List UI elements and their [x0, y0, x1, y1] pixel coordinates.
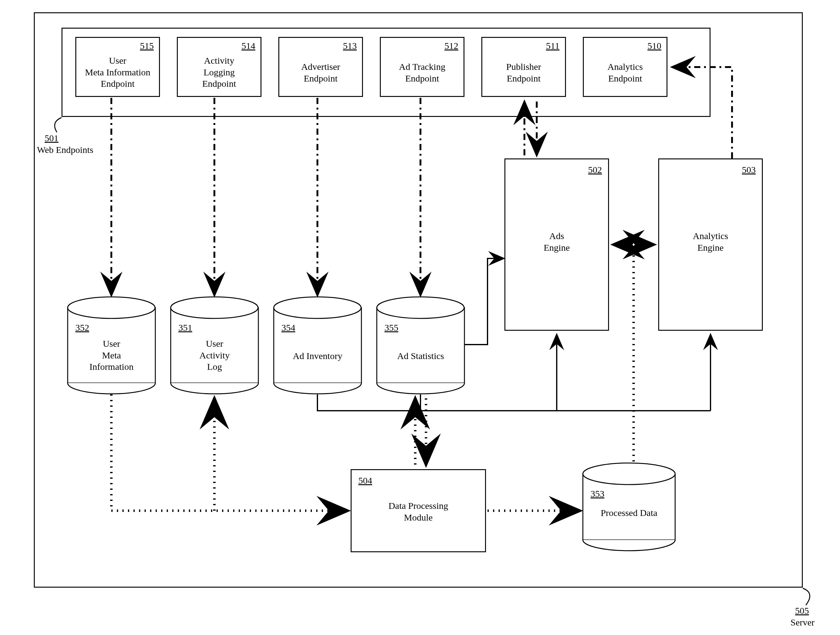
callout-505-ref: 505 [795, 605, 809, 616]
connectors-svg [0, 0, 840, 635]
callout-505-label: Server [791, 617, 815, 628]
callout-501-label: Web Endpoints [37, 145, 93, 155]
callout-501-ref: 501 [44, 133, 58, 143]
